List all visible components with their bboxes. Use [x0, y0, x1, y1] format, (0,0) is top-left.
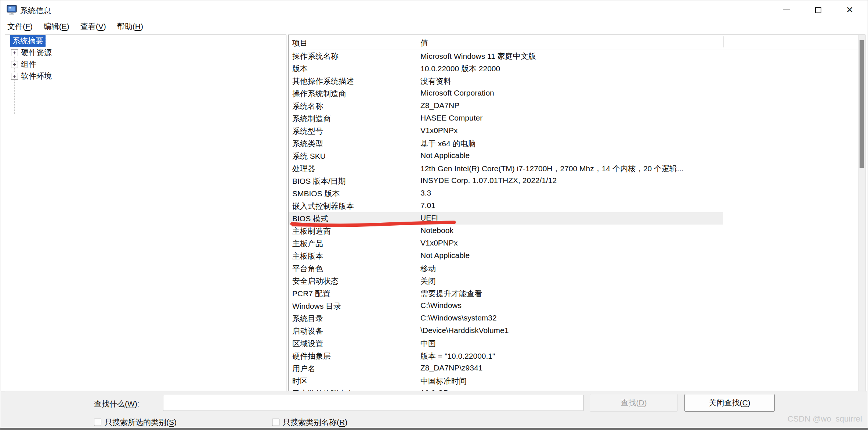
tree-item-3[interactable]: +软件环境 — [5, 70, 286, 82]
tree-item-2[interactable]: +组件 — [5, 58, 286, 70]
menu-item-0[interactable]: 文件(F) — [2, 20, 38, 33]
row-item: 版本 — [292, 64, 308, 74]
table-row[interactable]: 安全启动状态关闭 — [289, 275, 858, 287]
expand-plus-icon[interactable]: + — [11, 61, 18, 68]
row-item: Windows 目录 — [292, 301, 341, 311]
list-rows: 操作系统名称Microsoft Windows 11 家庭中文版版本10.0.2… — [289, 50, 858, 391]
row-value: 10.0.22000 版本 22000 — [420, 64, 500, 74]
row-value: \Device\HarddiskVolume1 — [420, 326, 509, 335]
column-header-item[interactable]: 项目 — [292, 38, 308, 48]
table-row[interactable]: BIOS 版本/日期INSYDE Corp. 1.07.01THZX, 2022… — [289, 175, 858, 187]
tree-item-0[interactable]: 系统摘要 — [5, 35, 286, 47]
row-item: 主板产品 — [292, 239, 323, 249]
row-item: 系统目录 — [292, 313, 323, 324]
row-value: 需要提升才能查看 — [420, 289, 482, 299]
table-row[interactable]: 主板制造商Notebook — [289, 225, 858, 237]
row-item: BIOS 模式 — [292, 214, 328, 224]
detail-list: 项目 值 操作系统名称Microsoft Windows 11 家庭中文版版本1… — [288, 35, 865, 391]
column-header-value[interactable]: 值 — [420, 38, 428, 48]
table-row[interactable]: Windows 目录C:\Windows — [289, 300, 858, 312]
table-row[interactable]: BIOS 模式UEFI — [289, 212, 723, 225]
row-value: C:\Windows\system32 — [420, 313, 497, 322]
column-divider[interactable] — [723, 36, 724, 47]
table-row[interactable]: PCR7 配置需要提升才能查看 — [289, 287, 858, 300]
row-item: 嵌入式控制器版本 — [292, 201, 354, 211]
row-item: BIOS 版本/日期 — [292, 176, 346, 186]
table-row[interactable]: 系统类型基于 x64 的电脑 — [289, 137, 858, 150]
tree-item-label: 硬件资源 — [21, 47, 52, 58]
tree-item-1[interactable]: +硬件资源 — [5, 47, 286, 58]
table-row[interactable]: 嵌入式控制器版本7.01 — [289, 200, 858, 212]
row-item: 处理器 — [292, 164, 315, 174]
table-row[interactable]: 区域设置中国 — [289, 337, 858, 350]
table-row[interactable]: 平台角色移动 — [289, 262, 858, 275]
table-row[interactable]: 系统目录C:\Windows\system32 — [289, 312, 858, 325]
find-button[interactable]: 查找(D) — [590, 394, 678, 412]
table-row[interactable]: 系统名称Z8_DA7NP — [289, 100, 858, 112]
search-selected-category-checkbox-row: 只搜索所选的类别(S) — [94, 417, 177, 427]
checkbox-label: 只搜索所选的类别(S) — [105, 417, 177, 427]
table-row[interactable]: 用户名Z8_DA7NP\z9341 — [289, 362, 858, 375]
tree-item-label: 软件环境 — [21, 71, 52, 81]
row-item: 系统类型 — [292, 139, 323, 149]
checkbox-label: 只搜索类别名称(R) — [283, 417, 347, 427]
row-value: Z8_DA7NP — [420, 101, 459, 110]
row-item: 区域设置 — [292, 338, 323, 349]
csdn-watermark: CSDN @wo_squirrel — [788, 414, 862, 424]
row-value: Not Applicable — [420, 251, 470, 260]
window-title: 系统信息 — [20, 6, 51, 16]
row-item: 启动设备 — [292, 326, 323, 336]
menu-item-2[interactable]: 查看(V) — [75, 20, 112, 33]
table-row[interactable]: 操作系统制造商Microsoft Corporation — [289, 87, 858, 100]
system-info-window: 系统信息 ✕ 文件(F)编辑(E)查看(V)帮助(H) 系统摘要+硬件资源+组件… — [0, 0, 868, 430]
table-row[interactable]: 主板产品V1x0PNPx — [289, 237, 858, 250]
table-row[interactable]: SMBIOS 版本3.3 — [289, 187, 858, 200]
table-row[interactable]: 处理器12th Gen Intel(R) Core(TM) i7-12700H，… — [289, 162, 858, 175]
table-row[interactable]: 版本10.0.22000 版本 22000 — [289, 62, 858, 75]
find-what-label: 查找什么(W): — [94, 399, 140, 409]
row-value: 关闭 — [420, 276, 436, 286]
table-row[interactable]: 操作系统名称Microsoft Windows 11 家庭中文版 — [289, 50, 858, 62]
table-row[interactable]: 系统制造商HASEE Computer — [289, 112, 858, 125]
table-row[interactable]: 系统型号V1x0PNPx — [289, 125, 858, 137]
table-row[interactable]: 硬件抽象层版本 = "10.0.22000.1" — [289, 350, 858, 362]
row-item: 安全启动状态 — [292, 276, 339, 286]
row-value: Notebook — [420, 226, 453, 235]
window-controls: ✕ — [771, 0, 865, 19]
row-item: 系统 SKU — [292, 151, 326, 161]
menu-item-3[interactable]: 帮助(H) — [112, 20, 149, 33]
table-row[interactable]: 系统 SKUNot Applicable — [289, 150, 858, 162]
table-row[interactable]: 启动设备\Device\HarddiskVolume1 — [289, 325, 858, 337]
row-item: 系统制造商 — [292, 114, 331, 124]
table-row[interactable]: 已安装的物理内存(RAM)16.0 GB — [289, 387, 858, 391]
row-value: Microsoft Corporation — [420, 89, 494, 97]
row-item: 用户名 — [292, 363, 315, 374]
row-item: 时区 — [292, 376, 308, 386]
row-value: 中国 — [420, 338, 436, 349]
vertical-scrollbar[interactable] — [858, 35, 865, 391]
maximize-button[interactable] — [802, 0, 834, 19]
maximize-icon — [815, 7, 821, 13]
row-value: UEFI — [420, 214, 438, 222]
list-header: 项目 值 — [289, 35, 858, 50]
row-value: HASEE Computer — [420, 114, 482, 122]
row-value: 16.0 GB — [420, 388, 449, 391]
close-button[interactable]: ✕ — [834, 0, 865, 19]
menu-item-1[interactable]: 编辑(E) — [38, 20, 75, 33]
table-row[interactable]: 其他操作系统描述没有资料 — [289, 75, 858, 87]
scrollbar-thumb[interactable] — [860, 40, 864, 168]
column-divider[interactable] — [418, 36, 418, 47]
expand-plus-icon[interactable]: + — [11, 49, 18, 56]
close-find-button[interactable]: 关闭查找(C) — [684, 394, 775, 412]
row-value: INSYDE Corp. 1.07.01THZX, 2022/1/12 — [420, 176, 557, 185]
minimize-button[interactable] — [771, 0, 802, 19]
find-input[interactable] — [163, 395, 584, 411]
tree-item-label: 系统摘要 — [10, 35, 46, 47]
expand-plus-icon[interactable]: + — [11, 73, 18, 80]
row-value: 7.01 — [420, 201, 435, 210]
table-row[interactable]: 时区中国标准时间 — [289, 375, 858, 387]
checkbox-search-category-names[interactable] — [272, 419, 279, 426]
table-row[interactable]: 主板版本Not Applicable — [289, 250, 858, 262]
row-item: 操作系统名称 — [292, 51, 339, 61]
checkbox-search-selected-category[interactable] — [94, 419, 101, 426]
